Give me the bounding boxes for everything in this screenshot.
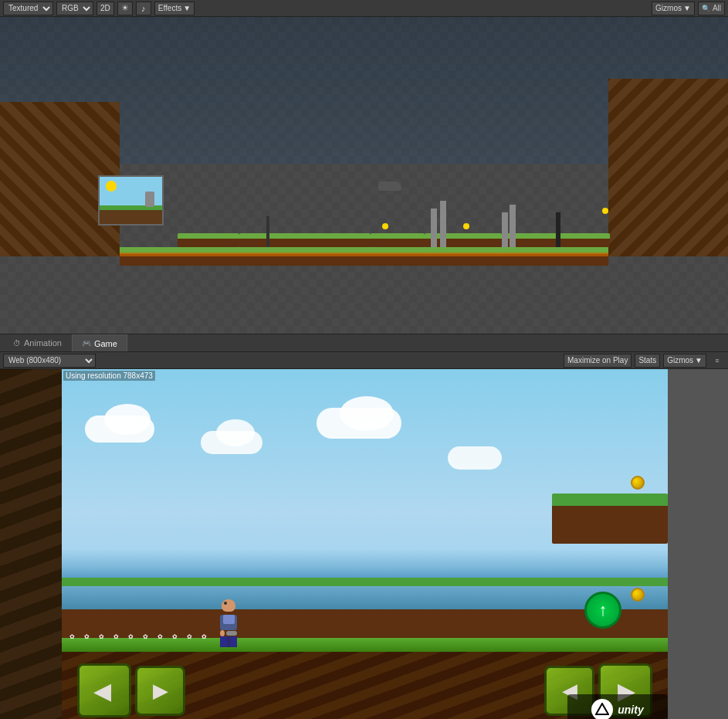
scene-path [120, 253, 608, 256]
cloud-1-top [104, 404, 151, 435]
flower-10: ✿ [201, 633, 207, 639]
flower-row: ✿ ✿ ✿ ✿ ✿ ✿ ✿ ✿ ✿ ✿ [62, 633, 668, 639]
game-grass [62, 638, 668, 652]
unity-logo [591, 699, 613, 719]
unity-brand-text: unity [618, 704, 643, 716]
scene-sprite-3 [602, 208, 608, 214]
audio-icon-btn[interactable]: ♪ [136, 2, 151, 15]
flower-4: ✿ [113, 633, 119, 639]
scene-tower-3 [502, 212, 508, 247]
effects-btn[interactable]: Effects ▼ [154, 2, 195, 15]
scene-tower-4 [510, 205, 516, 247]
cloud-4 [448, 446, 502, 470]
search-all-label: All [713, 4, 721, 12]
panel-tabs-row: ⏱ Animation 🎮 Game [0, 334, 728, 352]
resolution-overlay: Using resolution 788x473 [63, 371, 155, 381]
game-water [62, 586, 668, 609]
scene-sprite-1 [382, 223, 388, 229]
right-secondary-arrow-btn[interactable]: ▶ [135, 666, 185, 716]
scene-sprite-2 [463, 223, 469, 229]
game-view[interactable]: ✿ ✿ ✿ ✿ ✿ ✿ ✿ ✿ ✿ ✿ [0, 369, 728, 719]
panel-collapse-btn[interactable]: ≡ [709, 354, 725, 368]
game-view-toolbar: Web (800x480) Maximize on Play Stats Giz… [0, 352, 728, 369]
char-legs [220, 636, 237, 647]
game-right-dark [668, 369, 728, 719]
flower-9: ✿ [187, 633, 192, 639]
scene-toolbar: Textured RGB 2D ☀ ♪ Effects ▼ Gizmos ▼ 🔍… [0, 0, 728, 17]
2d-toggle[interactable]: 2D [97, 2, 114, 15]
game-left-rock [0, 369, 62, 719]
char-head [222, 599, 235, 612]
game-main-area: ✿ ✿ ✿ ✿ ✿ ✿ ✿ ✿ ✿ ✿ [62, 369, 668, 719]
left-controls: ◀ ▶ [77, 663, 185, 717]
resolution-select[interactable]: Web (800x480) [3, 354, 96, 368]
scene-chain-1 [266, 216, 269, 247]
char-body [220, 615, 237, 630]
scene-mini-preview [98, 175, 164, 226]
gizmos-game-arrow: ▼ [695, 356, 703, 365]
svg-marker-0 [596, 704, 608, 714]
scene-plat-3 [301, 233, 371, 247]
flower-2: ✿ [84, 633, 90, 639]
tab-game[interactable]: 🎮 Game [72, 334, 127, 351]
unity-watermark: unity [567, 694, 668, 719]
scene-mini-char [145, 192, 154, 207]
scene-rock-right [608, 79, 728, 256]
player-character [216, 599, 241, 638]
gizmos-section: Gizmos ▼ 🔍 All [652, 2, 725, 15]
cloud-3-top [340, 396, 394, 431]
gizmos-btn[interactable]: Gizmos ▼ [652, 2, 695, 15]
left-arrow-icon: ◀ [93, 677, 111, 704]
game-icon: 🎮 [82, 339, 91, 348]
textured-select[interactable]: Textured [3, 2, 53, 15]
flower-7: ✿ [157, 633, 163, 639]
maximize-on-play-btn[interactable]: Maximize on Play [564, 354, 631, 368]
flower-8: ✿ [172, 633, 178, 639]
sun-icon-btn[interactable]: ☀ [117, 2, 133, 15]
scene-plat-1 [178, 233, 239, 247]
cloud-2-top [216, 419, 255, 446]
char-arms [220, 630, 237, 636]
search-icon: 🔍 [702, 5, 710, 12]
jump-arrow-icon: ↑ [599, 600, 608, 620]
scene-plat-4 [371, 233, 425, 247]
rgb-select[interactable]: RGB [56, 2, 93, 15]
game-floating-platform [552, 493, 668, 544]
scene-tower-1 [431, 209, 437, 247]
flower-6: ✿ [143, 633, 148, 639]
left-arrow-btn[interactable]: ◀ [77, 663, 131, 717]
coin-2 [631, 588, 645, 602]
scene-plat-7 [556, 233, 610, 247]
stats-btn[interactable]: Stats [635, 354, 660, 368]
scene-mini-sun [106, 181, 117, 192]
game-content: ✿ ✿ ✿ ✿ ✿ ✿ ✿ ✿ ✿ ✿ [0, 369, 728, 719]
animation-icon: ⏱ [13, 339, 21, 348]
scene-view[interactable] [0, 17, 728, 334]
gizmos-dropdown-arrow: ▼ [683, 4, 691, 12]
scene-chain-2 [556, 212, 560, 247]
flower-5: ✿ [128, 633, 134, 639]
effects-dropdown-arrow: ▼ [183, 4, 191, 12]
scene-helicopter [378, 181, 401, 191]
jump-power-arrow[interactable]: ↑ [584, 592, 621, 629]
coin-1 [631, 476, 645, 490]
flower-1: ✿ [69, 633, 75, 639]
flower-3: ✿ [99, 633, 104, 639]
tab-animation[interactable]: ⏱ Animation [3, 334, 72, 351]
scene-tower-2 [440, 201, 446, 247]
gizmos-game-btn[interactable]: Gizmos ▼ [663, 354, 706, 368]
right-secondary-arrow-icon: ▶ [153, 679, 168, 703]
